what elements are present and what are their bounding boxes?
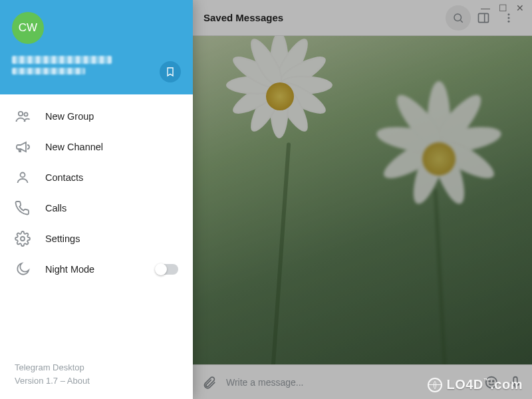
menu-calls[interactable]: Calls: [0, 193, 193, 223]
svg-point-14: [21, 237, 25, 241]
menu-label: New Group: [45, 111, 178, 122]
version-about[interactable]: Version 1.7 – About: [15, 374, 178, 388]
menu-label: Calls: [45, 203, 178, 213]
night-mode-toggle[interactable]: [156, 264, 178, 275]
avatar-initials: CW: [19, 21, 37, 35]
drawer-footer: Telegram Desktop Version 1.7 – About: [0, 352, 193, 399]
svg-point-12: [24, 112, 27, 116]
chat-title: Saved Messages: [203, 12, 283, 23]
user-name-obscured: [12, 56, 112, 64]
svg-point-11: [19, 112, 23, 116]
menu-contacts[interactable]: Contacts: [0, 162, 193, 193]
svg-point-13: [21, 173, 25, 178]
svg-point-0: [454, 14, 462, 21]
gear-icon: [15, 231, 31, 247]
watermark-suffix: .com: [490, 377, 523, 392]
app-name: Telegram Desktop: [15, 361, 178, 374]
avatar[interactable]: CW: [12, 12, 44, 44]
globe-icon: [428, 378, 442, 392]
svg-point-6: [508, 20, 510, 22]
window-minimize[interactable]: —: [480, 3, 491, 12]
window-controls: — ☐ ✕: [473, 0, 532, 15]
saved-messages-button[interactable]: [160, 61, 181, 82]
menu-label: Contacts: [45, 172, 178, 183]
user-info: [12, 56, 181, 74]
window-close[interactable]: ✕: [515, 3, 525, 12]
menu-new-group[interactable]: New Group: [0, 101, 193, 132]
drawer-menu: New Group New Channel Contacts: [0, 94, 193, 291]
menu-label: Night Mode: [45, 264, 141, 275]
search-icon[interactable]: [446, 5, 471, 31]
chat-background: [193, 36, 532, 364]
side-drawer: CW New Group: [0, 0, 193, 399]
watermark-text: LO4D: [446, 377, 483, 392]
menu-label: New Channel: [45, 142, 178, 152]
group-icon: [15, 108, 31, 124]
menu-new-channel[interactable]: New Channel: [0, 132, 193, 162]
phone-icon: [15, 200, 31, 216]
watermark: LO4D™.com: [428, 377, 523, 392]
menu-label: Settings: [45, 233, 178, 244]
menu-night-mode[interactable]: Night Mode: [0, 254, 193, 285]
svg-point-5: [508, 17, 510, 19]
user-phone-obscured: [12, 68, 85, 74]
megaphone-icon: [15, 139, 31, 155]
person-icon: [15, 170, 31, 186]
window-maximize[interactable]: ☐: [497, 3, 508, 12]
attach-icon[interactable]: [202, 375, 217, 390]
menu-settings[interactable]: Settings: [0, 223, 193, 254]
app-window: — ☐ ✕ Saved Messages: [0, 0, 532, 399]
svg-line-1: [460, 20, 462, 22]
moon-icon: [15, 261, 31, 277]
drawer-header: CW: [0, 0, 193, 94]
